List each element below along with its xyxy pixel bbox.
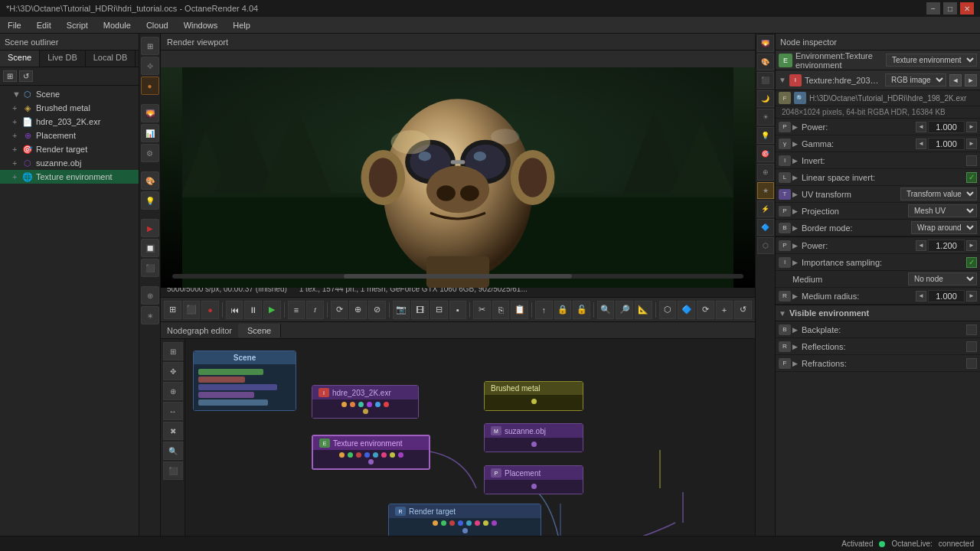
vp-tool-13[interactable]: ∗ [141, 306, 159, 324]
ni-expand-uv[interactable]: ▶ [792, 191, 802, 198]
tree-item-placement[interactable]: + ⊕ Placement [0, 129, 139, 142]
rt-btn-first[interactable]: ⏮ [226, 301, 243, 319]
expand-hdre[interactable]: + [12, 117, 21, 126]
ni-btn-medrad-left[interactable]: ◄ [916, 291, 926, 302]
outliner-toolbar-btn2[interactable]: ↺ [19, 70, 33, 82]
vp-right-btn10[interactable]: ⚡ [757, 201, 774, 217]
menu-cloud[interactable]: Cloud [139, 19, 176, 31]
ni-check-linear[interactable]: ✓ [966, 172, 977, 183]
vp-tool-10[interactable]: 🔲 [141, 239, 159, 257]
menu-edit[interactable]: Edit [29, 19, 59, 31]
ni-select-medium[interactable]: No node [908, 272, 977, 285]
node-suzanne-obj[interactable]: M suzanne.obj [484, 423, 583, 452]
port-out[interactable] [531, 442, 537, 447]
ni-expand-invert[interactable]: ▶ [792, 157, 802, 165]
vp-right-btn3[interactable]: ⬛ [757, 72, 774, 89]
tree-item-texture-env[interactable]: + 🌐 Texture environment [0, 170, 139, 184]
rt-btn-3d-3[interactable]: ⟳ [697, 301, 714, 319]
rt-btn-photo[interactable]: 📷 [393, 301, 410, 319]
tab-scene[interactable]: Scene [0, 51, 40, 67]
vp-right-btn2[interactable]: 🎨 [757, 54, 774, 70]
ni-check-backplate[interactable] [966, 324, 977, 335]
ni-tex-select[interactable]: RGB image [885, 73, 946, 86]
tree-item-render-target[interactable]: + 🎯 Render target [0, 142, 139, 156]
ni-expand-power[interactable]: ▶ [792, 123, 802, 131]
minimize-button[interactable]: − [926, 2, 940, 15]
vp-right-btn12[interactable]: ⬡ [757, 237, 774, 254]
ni-tex-btn-left[interactable]: ◄ [949, 74, 962, 86]
rt-btn-ruler[interactable]: 📐 [635, 301, 652, 319]
vp-tool-5[interactable]: 📊 [141, 124, 159, 142]
ni-select-proj[interactable]: Mesh UV [908, 204, 977, 217]
tab-localdb[interactable]: Local DB [86, 51, 136, 67]
node-placement-ng[interactable]: P Placement [484, 465, 583, 494]
rt-btn-copy[interactable]: ⎘ [492, 301, 510, 319]
ni-expand-reflections[interactable]: ▶ [792, 343, 802, 350]
vp-tool-6[interactable]: ⚙ [141, 144, 159, 162]
ng-tool-6[interactable]: 🔍 [163, 442, 183, 460]
vp-tool-3[interactable]: ● [141, 77, 159, 95]
vp-right-btn11[interactable]: 🔷 [757, 219, 774, 236]
close-button[interactable]: ✕ [960, 2, 974, 15]
menu-help[interactable]: Help [225, 19, 258, 31]
ng-tool-5[interactable]: ✖ [163, 422, 183, 440]
vp-right-btn5[interactable]: ☀ [757, 109, 774, 126]
rt-btn-sq[interactable]: ▪ [449, 301, 467, 319]
rt-btn-minus[interactable]: ⊘ [368, 301, 386, 319]
menu-script[interactable]: Script [59, 19, 96, 31]
rt-btn-add[interactable]: ⊕ [349, 301, 367, 319]
node-scene-overview[interactable]: Scene [193, 350, 296, 411]
vp-right-btn6[interactable]: 💡 [757, 127, 774, 144]
nodegraph-tab-scene[interactable]: Scene [238, 324, 281, 337]
ng-tool-1[interactable]: ⊞ [163, 342, 183, 360]
vp-right-btn4[interactable]: 🌙 [757, 90, 774, 107]
rt-btn-grid[interactable]: ⊟ [430, 301, 448, 319]
outliner-toolbar-btn1[interactable]: ⊞ [3, 70, 17, 82]
rt-btn-paste[interactable]: 📋 [511, 301, 528, 319]
rt-btn-region[interactable]: ⬛ [183, 301, 201, 319]
tree-item-brushed-metal[interactable]: + ◈ Brushed metal [0, 101, 139, 115]
expand-brushed[interactable]: + [12, 103, 21, 112]
ni-check-refractions[interactable] [966, 358, 977, 369]
port-out[interactable] [363, 409, 368, 414]
node-texture-env[interactable]: E Texture environment [312, 435, 430, 470]
port-out[interactable] [368, 459, 374, 465]
expand-suzanne[interactable]: + [12, 158, 21, 168]
menu-file[interactable]: File [0, 19, 29, 31]
node-hdre[interactable]: I hdre_203_2K.exr [312, 385, 419, 419]
rt-btn-export[interactable]: ↑ [535, 301, 553, 319]
maximize-button[interactable]: □ [943, 2, 957, 15]
rt-btn-record[interactable]: ● [201, 301, 219, 319]
ng-tool-2[interactable]: ✥ [163, 362, 183, 380]
node-render-target-ng[interactable]: R Render target [388, 504, 541, 539]
ni-section-expand[interactable]: ▼ [779, 309, 786, 318]
ni-btn-medrad-right[interactable]: ► [966, 291, 977, 302]
expand-placement[interactable]: + [12, 131, 21, 140]
rt-btn-tag[interactable]: 𝑡 [306, 301, 324, 319]
rt-btn-3d-2[interactable]: 🔷 [678, 301, 695, 319]
rt-btn-select[interactable]: ✂ [473, 301, 491, 319]
tree-item-hdre[interactable]: + 📄 hdre_203_2K.exr [0, 115, 139, 129]
ni-tex-btn-right[interactable]: ► [965, 74, 977, 86]
rt-btn-3d-4[interactable]: + [716, 301, 733, 319]
rt-btn-cam[interactable]: ⊞ [164, 301, 181, 319]
ni-expand-backplate[interactable]: ▶ [792, 326, 802, 334]
node-brushed-metal[interactable]: Brushed metal [484, 381, 583, 411]
vp-tool-12[interactable]: ⊕ [141, 286, 159, 305]
ni-btn-power2-left[interactable]: ◄ [916, 240, 926, 251]
ni-check-invert[interactable] [966, 155, 977, 166]
vp-right-btn7[interactable]: 🎯 [757, 145, 774, 162]
rt-btn-pause[interactable]: ⏸ [244, 301, 262, 319]
vp-tool-2[interactable]: ✥ [141, 57, 159, 75]
ni-btn-gamma-right[interactable]: ► [966, 139, 977, 149]
ni-expand-proj[interactable]: ▶ [792, 207, 802, 215]
ni-expand-border[interactable]: ▶ [792, 224, 802, 232]
vp-right-btn1[interactable]: 🌄 [757, 35, 774, 52]
ni-tex-expand-icon[interactable]: ▼ [779, 76, 786, 84]
vp-tool-1[interactable]: ⊞ [141, 37, 159, 55]
ni-expand-linear[interactable]: ▶ [792, 174, 802, 181]
ni-btn-power2-right[interactable]: ► [966, 240, 977, 251]
menu-windows[interactable]: Windows [176, 19, 226, 31]
rt-btn-3d-1[interactable]: ⬡ [659, 301, 677, 319]
vp-tool-7[interactable]: 🎨 [141, 171, 159, 190]
